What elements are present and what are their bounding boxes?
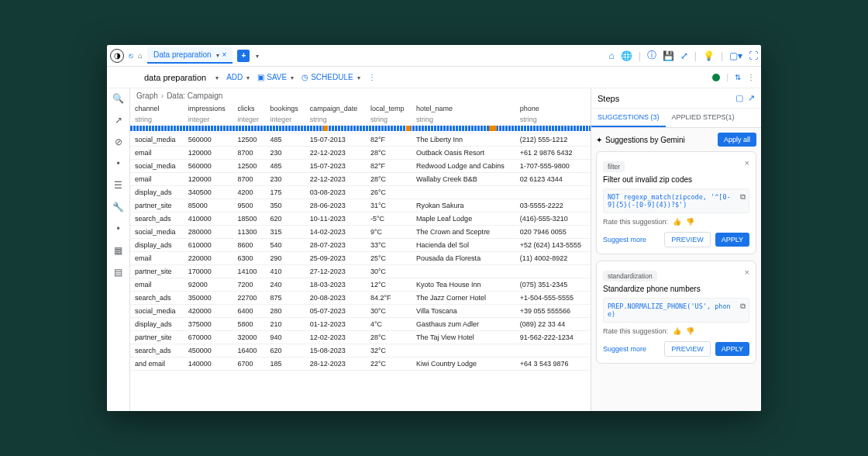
cell: email	[130, 251, 184, 264]
cell: 05-07-2023	[305, 304, 366, 317]
table-row[interactable]: social_media420000640028005-07-202330°CV…	[130, 304, 591, 317]
status-ok-icon	[712, 74, 720, 81]
col-local_temp[interactable]: local_temp	[366, 103, 412, 114]
thumbs-up-icon[interactable]: 👍	[673, 327, 681, 335]
table-row[interactable]: search_ads4100001850062010-11-2023-5°CMa…	[130, 212, 591, 225]
fullscreen-icon[interactable]: ⛶	[749, 50, 758, 61]
table-row[interactable]: email120000870023022-12-202328°COutback …	[130, 146, 591, 159]
cell: 280000	[184, 225, 233, 238]
chevron-down-icon[interactable]	[214, 73, 219, 81]
sort-icon[interactable]: ⇅	[735, 73, 741, 81]
nav-icon[interactable]: ⎋	[129, 51, 133, 60]
preview-button[interactable]: PREVIEW	[664, 232, 711, 247]
cell: 210	[266, 317, 305, 330]
chart-icon[interactable]: ▤	[114, 267, 122, 278]
table-row[interactable]: email120000870023022-12-202328°CWallaby …	[130, 172, 591, 185]
apply-button[interactable]: APPLY	[715, 342, 749, 356]
home-icon[interactable]: ⌂	[608, 50, 614, 61]
cell	[412, 185, 515, 199]
bulb-icon[interactable]: 💡	[703, 50, 715, 61]
cell: 14100	[233, 264, 266, 278]
dot-icon[interactable]: •	[116, 158, 119, 169]
cell: 11300	[233, 225, 266, 238]
grid-icon[interactable]: ▦	[114, 245, 122, 256]
cell: display_ads	[130, 317, 184, 330]
wrench-icon[interactable]: 🔧	[112, 202, 124, 212]
table-row[interactable]: social_media5600001250048515-07-201382°F…	[130, 133, 591, 146]
cell: 6400	[233, 304, 266, 317]
table-row[interactable]: social_media2800001130031514-02-20239°CT…	[130, 225, 591, 238]
window-icon[interactable]: ▢▾	[729, 50, 742, 61]
col-impressions[interactable]: impressions	[184, 103, 233, 114]
cell: 15-07-2013	[305, 133, 366, 146]
col-channel[interactable]: channel	[130, 103, 184, 114]
info-icon[interactable]: ⓘ	[647, 49, 656, 62]
expand-icon[interactable]: ⤢	[680, 50, 688, 61]
popout-icon[interactable]: ↗	[748, 93, 755, 103]
apply-button[interactable]: APPLY	[715, 233, 749, 247]
flow-icon[interactable]: ↗	[115, 115, 122, 126]
add-button[interactable]: ADD	[226, 73, 250, 81]
close-icon[interactable]: ×	[745, 158, 749, 168]
thumbs-up-icon[interactable]: 👍	[673, 218, 681, 226]
table-row[interactable]: display_ads375000580021001-12-20234°CGas…	[130, 317, 591, 330]
cell: Villa Toscana	[412, 304, 515, 317]
check-icon[interactable]: ⊘	[115, 136, 122, 147]
table-row[interactable]: partner_site6700003200094012-02-202328°C…	[130, 330, 591, 344]
search-icon[interactable]: 🔍	[112, 93, 124, 104]
preview-button[interactable]: PREVIEW	[664, 341, 711, 357]
table-row[interactable]: search_ads3500002270087520-08-202384.2°F…	[130, 291, 591, 304]
page-title: data preparation	[144, 73, 206, 82]
save-button[interactable]: ▣ SAVE	[257, 73, 294, 81]
cell	[515, 344, 591, 357]
more-icon[interactable]: ⋮	[747, 73, 755, 81]
chevron-down-icon[interactable]	[215, 50, 219, 59]
breadcrumb-graph[interactable]: Graph	[136, 92, 158, 100]
close-icon[interactable]: ×	[745, 268, 749, 277]
table-row[interactable]: partner_site85000950035028-06-202331°CRy…	[130, 199, 591, 212]
close-icon[interactable]: ×	[222, 50, 227, 59]
new-tab-button[interactable]: +	[237, 50, 250, 62]
table-row[interactable]: partner_site1700001410041027-12-202330°C	[130, 264, 591, 278]
more-icon[interactable]: ⋮	[368, 73, 376, 81]
thumbs-down-icon[interactable]: 👎	[686, 327, 694, 335]
col-bookings[interactable]: bookings	[266, 103, 305, 114]
cell: 28°C	[366, 146, 412, 159]
suggestion-tag: standardization	[603, 271, 657, 282]
cell: 8600	[233, 238, 266, 251]
table-row[interactable]: search_ads4500001640062015-08-202332°C	[130, 344, 591, 357]
col-phone[interactable]: phone	[515, 103, 591, 114]
cell: 14-02-2023	[305, 225, 366, 238]
suggest-more-link[interactable]: Suggest more	[603, 236, 646, 244]
cell: 92000	[184, 278, 233, 291]
panel-icon[interactable]: ▢	[735, 93, 743, 103]
cell: (075) 351-2345	[515, 278, 591, 291]
cell: display_ads	[130, 185, 184, 199]
apply-all-button[interactable]: Apply all	[718, 133, 756, 147]
chevron-down-icon[interactable]	[254, 51, 259, 60]
save-icon[interactable]: 💾	[663, 50, 674, 61]
tab-suggestions[interactable]: SUGGESTIONS (3)	[591, 109, 666, 127]
table-row[interactable]: display_ads610000860054028-07-202333°CHa…	[130, 238, 591, 251]
thumbs-down-icon[interactable]: 👎	[686, 218, 694, 226]
schedule-button[interactable]: ◷ SCHEDULE	[301, 73, 360, 81]
steps-title: Steps	[598, 94, 619, 103]
table-row[interactable]: display_ads340500420017503-08-202326°C	[130, 185, 591, 199]
table-row[interactable]: and email140000670018528-12-202322°CKiwi…	[130, 357, 591, 370]
table-row[interactable]: email92000720024018-03-202312°CKyoto Tea…	[130, 278, 591, 291]
dot-icon[interactable]: •	[116, 223, 119, 234]
col-clicks[interactable]: clicks	[233, 103, 266, 114]
table-row[interactable]: social_media5600001250048515-07-202382°F…	[130, 159, 591, 172]
copy-icon[interactable]: ⧉	[740, 192, 746, 202]
cell: The Crown and Sceptre	[412, 225, 515, 238]
tab-applied-steps[interactable]: APPLIED STEPS(1)	[666, 109, 741, 127]
list-icon[interactable]: ☰	[114, 180, 122, 191]
table-row[interactable]: email220000630029025-09-202325°CPousada …	[130, 251, 591, 264]
home-icon[interactable]: ⌂	[138, 51, 143, 60]
copy-icon[interactable]: ⧉	[740, 302, 746, 311]
suggest-more-link[interactable]: Suggest more	[603, 345, 646, 353]
tab-data-preparation[interactable]: Data preparation ×	[147, 47, 232, 64]
col-campaign_date[interactable]: campaign_date	[305, 103, 366, 114]
col-hotel_name[interactable]: hotel_name	[412, 103, 515, 114]
globe-icon[interactable]: 🌐	[621, 50, 632, 61]
